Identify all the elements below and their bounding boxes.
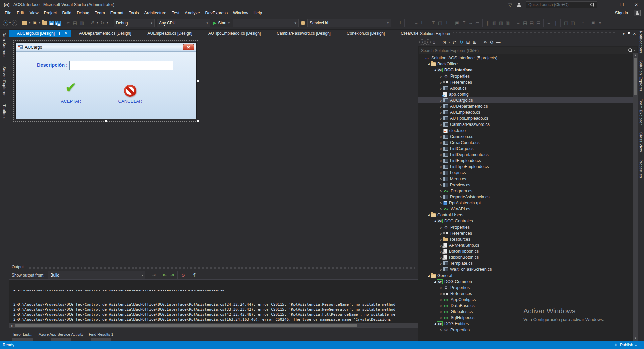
collapsed-arrow-icon[interactable]: ▷ [439,111,443,114]
tree-item-ribbonboton-cs[interactable]: ▷RibbonBoton.cs [418,254,633,260]
restore-button[interactable]: ❐ [616,2,627,7]
tree-item-preview-cs[interactable]: ▷Preview.cs [418,182,633,188]
feedback-icon[interactable] [517,2,521,7]
search-icon[interactable] [628,48,633,53]
tree-item-menu-cs[interactable]: ▷Menu.cs [418,176,633,182]
menu-format[interactable]: Format [108,11,126,15]
search-icon[interactable] [590,3,595,7]
collapsed-arrow-icon[interactable]: ▷ [439,159,443,162]
tree-item-clock-ico[interactable]: clock.ico [418,128,633,134]
tree-item-solution-acs-interface-5-projects-[interactable]: ∞Solution 'ACS.Interface' (5 projects) [418,55,633,61]
scrollbar-thumb[interactable] [15,324,357,327]
tree-item-login-cs[interactable]: ▷Login.cs [418,170,633,176]
save-icon[interactable] [48,19,55,27]
search-dropdown-icon[interactable]: ▾ [634,49,635,52]
new-project-icon[interactable] [21,19,28,27]
properties-wrench-icon[interactable]: ⚙ [488,38,495,46]
collapsed-arrow-icon[interactable]: ▷ [439,304,443,307]
start-debug-button[interactable]: ▶ Start ▾ [213,21,230,26]
navigate-forward-icon[interactable]: ► [12,20,17,26]
menu-project[interactable]: Project [41,11,60,15]
document-tab-1[interactable]: AUDepartamento.cs [Design] [71,30,139,37]
format-align-icon[interactable]: ◫ [569,19,576,27]
format-align-icon[interactable]: ▤ [522,19,528,27]
clear-all-icon[interactable]: ⊘ [179,272,187,279]
left-tab-data-sources[interactable]: Data Sources [2,32,6,58]
document-tab-0[interactable]: AUCargo.cs [Design]✕ [9,30,71,37]
format-align-icon[interactable]: ≡ [515,19,522,27]
new-project-dropdown-icon[interactable]: ▾ [28,19,31,27]
paste-icon[interactable]: ▥ [78,19,85,27]
collapsed-arrow-icon[interactable]: ▷ [439,147,443,150]
collapsed-arrow-icon[interactable]: ▷ [439,117,443,120]
right-tab-notifications[interactable]: Notifications [639,31,643,53]
collapsed-arrow-icon[interactable]: ▷ [439,329,443,332]
refresh-icon[interactable]: ↻ [458,38,465,46]
add-item-dropdown-icon[interactable]: ▾ [38,19,41,27]
tree-item-backoffice[interactable]: ◢BackOffice [418,61,633,67]
collapsed-arrow-icon[interactable]: ▷ [439,135,443,138]
tree-item-listdepartamento-cs[interactable]: ▷ListDepartamento.cs [418,152,633,158]
menu-architecture[interactable]: Architecture [141,11,169,15]
accept-check-icon[interactable]: ✔ [65,81,77,95]
format-align-icon[interactable]: ▥ [504,19,511,27]
tree-item-autipoempleado-cs[interactable]: ▷AUTipoEmpleado.cs [418,115,633,121]
accept-button-label[interactable]: ACEPTAR [51,99,91,104]
tree-item-app-config[interactable]: app.config [418,91,633,97]
format-align-icon[interactable]: ◫ [562,19,569,27]
vertical-scrollbar[interactable]: ▲ ▼ [633,53,638,341]
right-tab-properties[interactable]: Properties [639,159,643,178]
menu-build[interactable]: Build [59,11,74,15]
expanded-arrow-icon[interactable]: ◢ [433,69,437,72]
menu-devexpress[interactable]: DevExpress [203,11,230,15]
format-align-icon[interactable]: ↑ [580,19,586,27]
tree-item-listempleado-cs[interactable]: ▷ListEmpleado.cs [418,158,633,164]
tree-item-auempleado-cs[interactable]: ▷AUEmpleado.cs [418,109,633,115]
undo-icon[interactable]: ↺ [89,19,96,27]
scroll-left-arrow-icon[interactable]: ◀ [9,324,14,327]
document-tab-4[interactable]: CambiarPassword.cs [Design] [269,30,339,37]
collapsed-arrow-icon[interactable]: ▷ [439,298,443,301]
menu-tools[interactable]: Tools [126,11,141,15]
document-tab-2[interactable]: AUEmpleado.cs [Design] [140,30,200,37]
tree-item-crearcuenta-cs[interactable]: ▷CrearCuenta.cs [418,140,633,146]
format-align-icon[interactable]: ▥ [491,19,498,27]
quick-launch-box[interactable] [526,1,597,8]
document-tab-5[interactable]: Conexion.cs [Design] [339,30,393,37]
collapsed-arrow-icon[interactable]: ▷ [439,81,443,84]
menu-debug[interactable]: Debug [74,11,92,15]
tree-item-apmenustrip-cs[interactable]: ▷APMenuStrip.cs [418,242,633,248]
format-align-icon[interactable]: ∥ [484,19,491,27]
format-align-icon[interactable]: ≡ [545,19,552,27]
collapsed-arrow-icon[interactable]: ▷ [439,75,443,78]
collapsed-arrow-icon[interactable]: ▷ [439,310,443,313]
filter-icon[interactable]: ▽ [508,2,512,7]
tree-item-listcargo-cs[interactable]: ▷ListCargo.cs [418,146,633,152]
menu-file[interactable]: File [2,11,14,15]
format-align-icon[interactable]: ⊥ [443,19,450,27]
collapsed-arrow-icon[interactable]: ▷ [439,99,443,102]
expanded-arrow-icon[interactable]: ◢ [433,280,437,283]
tree-item-dcg-entities[interactable]: ◢C#DCG.Entities [418,321,633,327]
format-align-icon[interactable]: ≡ [413,19,420,27]
collapsed-arrow-icon[interactable]: ▷ [439,208,443,211]
format-align-icon[interactable]: ▾ [597,19,603,27]
format-align-icon[interactable]: T [461,19,467,27]
description-textbox[interactable] [69,61,173,70]
tree-item-properties[interactable]: ▷⚙Properties [418,327,633,333]
right-tab-team-explorer[interactable]: Team Explorer [639,99,643,125]
copy-icon[interactable]: ▤ [72,19,78,27]
sync-with-active-document-icon[interactable]: ⇄ [451,38,458,46]
window-position-icon[interactable]: ▾ [623,32,625,36]
collapsed-arrow-icon[interactable]: ▷ [439,232,443,235]
empty-combo[interactable]: ▾ [233,19,299,27]
output-source-combo[interactable]: Build▾ [48,271,145,279]
solution-platform-combo[interactable]: Any CPU▾ [157,19,210,27]
close-panel-icon[interactable]: ✕ [633,32,636,36]
format-align-icon[interactable]: ▥ [498,19,504,27]
scroll-down-arrow-icon[interactable]: ▼ [633,336,638,341]
resize-handle-bottom[interactable] [105,120,107,122]
tree-item-dcg-controles[interactable]: ◢C#DCG.Controles [418,218,633,224]
tree-item-reporteasistencia-cs[interactable]: ▷ReporteAsistencia.cs [418,194,633,200]
messages-icon[interactable]: ⇥ [150,272,157,279]
